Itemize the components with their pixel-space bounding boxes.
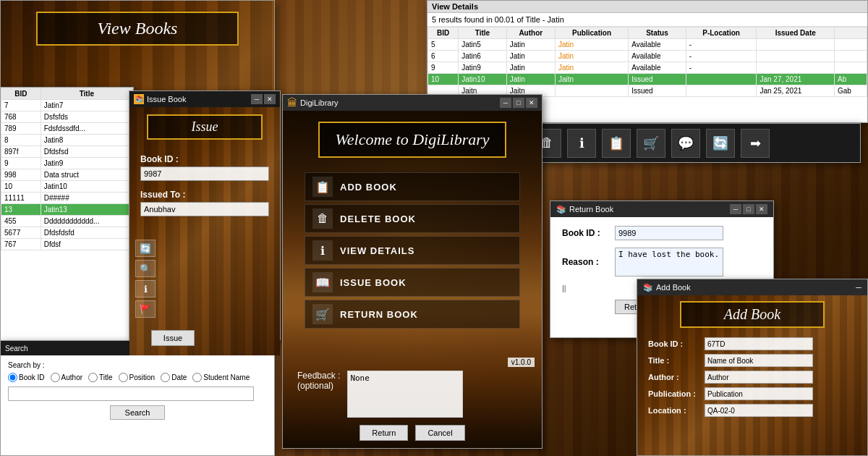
list-cell-bid: 10 — [1, 181, 41, 193]
return-btn[interactable]: Return — [359, 425, 408, 441]
add-book-icon: 📋 — [312, 177, 333, 197]
search-title: Search — [5, 345, 28, 352]
list-item[interactable]: 8Jatin8 — [1, 135, 133, 146]
ab-book-id-input[interactable] — [705, 337, 813, 350]
list-cell-title: Dsfsfds — [41, 111, 132, 123]
issue-close-btn[interactable]: ✕ — [264, 94, 276, 104]
issue-header-box: Issue — [147, 114, 263, 140]
feedback-input[interactable]: None — [347, 371, 463, 418]
cancel-btn[interactable]: Cancel — [415, 425, 464, 441]
return-reason-label: Reason : — [562, 257, 609, 267]
toolbar-clipboard-btn[interactable]: 📋 — [602, 129, 631, 158]
table-cell: 6 — [428, 51, 459, 62]
search-by-label: Search by : — [8, 361, 45, 369]
list-item[interactable]: 11111D##### — [1, 193, 133, 204]
radio-position[interactable]: Position — [119, 373, 156, 382]
toolbar-cart-btn[interactable]: 🛒 — [637, 129, 665, 158]
search-input[interactable] — [8, 387, 254, 401]
ab-title-input[interactable] — [705, 354, 813, 367]
toolbar-exit-btn[interactable]: ➡ — [741, 129, 770, 158]
list-cell-bid: 767 — [1, 239, 41, 250]
table-cell: Jan 27, 2021 — [757, 74, 835, 85]
issue-minimize-btn[interactable]: ─ — [251, 94, 263, 104]
table-cell: Jan 25, 2021 — [757, 85, 835, 97]
refresh-icon-btn[interactable]: 🔄 — [135, 240, 156, 257]
table-cell: Jatin — [555, 51, 628, 62]
toolbar-info-btn[interactable]: ℹ — [567, 129, 596, 158]
list-item[interactable]: 897fDfdsfsd — [1, 146, 133, 158]
radio-student-name[interactable]: Student Name — [192, 373, 250, 382]
radio-book-id[interactable]: Book ID — [8, 373, 45, 382]
list-item[interactable]: 455Dddddddddddd... — [1, 216, 133, 227]
menu-view-details[interactable]: ℹ VIEW DETAILS — [305, 236, 520, 265]
list-item[interactable]: 768Dsfsfds — [1, 111, 133, 123]
table-row[interactable]: 10Jatin10JatinJaitnIssuedJan 27, 2021Ab — [428, 74, 867, 85]
search-button[interactable]: Search — [110, 405, 166, 420]
return-book-id-label: Book ID : — [562, 228, 609, 238]
table-cell: Jatin — [506, 74, 555, 85]
digi-titlebar: 🏛 DigiLibrary ─ □ ✕ — [283, 95, 542, 111]
col-title: Title — [459, 28, 506, 39]
table-cell — [686, 74, 757, 85]
flag-icon-btn[interactable]: 🚩 — [135, 300, 156, 318]
issue-book-titlebar: 📚 Issue Book ─ ✕ — [129, 91, 280, 107]
return-close-btn[interactable]: ✕ — [756, 204, 767, 214]
list-item[interactable]: 10Jatin10 — [1, 181, 133, 193]
radio-title[interactable]: Title — [88, 373, 113, 382]
col-author: Author — [506, 28, 555, 39]
issue-header-title: Issue — [152, 119, 258, 135]
ab-author-input[interactable] — [705, 371, 813, 384]
return-book-id-input[interactable] — [615, 226, 723, 240]
book-id-input[interactable] — [140, 166, 269, 181]
return-maximize-btn[interactable]: □ — [743, 204, 754, 214]
list-cell-title: Dddddddddddd... — [41, 216, 132, 227]
radio-date[interactable]: Date — [161, 373, 187, 382]
search-icon-btn[interactable]: 🔍 — [135, 260, 156, 277]
list-item[interactable]: 998Data struct — [1, 169, 133, 181]
table-cell: Jatin9 — [459, 62, 506, 74]
info-icon-btn[interactable]: ℹ — [135, 280, 156, 297]
ab-publication-input[interactable] — [705, 387, 813, 400]
toolbar-refresh-btn[interactable]: 🔄 — [706, 129, 735, 158]
toolbar-chat-btn[interactable]: 💬 — [671, 129, 700, 158]
digi-maximize-btn[interactable]: □ — [513, 98, 524, 108]
add-book-label: ADD BOOK — [340, 182, 397, 193]
list-item[interactable]: 767Dfdsf — [1, 239, 133, 250]
menu-return-book[interactable]: 🛒 RETURN BOOK — [305, 300, 520, 329]
list-item[interactable]: 13Jatin13 — [1, 204, 133, 216]
table-row[interactable]: 9Jatin9JatinJatinAvailable- — [428, 62, 867, 74]
menu-issue-book[interactable]: 📖 ISSUE BOOK — [305, 268, 520, 297]
issued-to-label: Issued To : — [140, 190, 269, 200]
menu-delete-book[interactable]: 🗑 DELETE BOOK — [305, 204, 520, 233]
table-row[interactable]: 6Jatin6JatinJatinAvailable- — [428, 51, 867, 62]
list-item[interactable]: 5677Dfdsfdsfd — [1, 227, 133, 239]
digi-close-btn[interactable]: ✕ — [526, 98, 537, 108]
table-row[interactable]: 5Jatin5JatinJatinAvailable- — [428, 39, 867, 51]
list-item[interactable]: 7Jatin7 — [1, 100, 133, 111]
table-cell — [686, 85, 757, 97]
issue-submit-btn[interactable]: Issue — [151, 330, 195, 346]
list-cell-title: Jatin13 — [41, 204, 132, 216]
ab-location-field: Location : — [648, 404, 856, 417]
ab-publication-field: Publication : — [648, 387, 856, 400]
list-item[interactable]: 9Jatin9 — [1, 158, 133, 169]
digi-minimize-btn[interactable]: ─ — [500, 98, 511, 108]
list-cell-title: Dfdsf — [41, 239, 132, 250]
return-minimize-btn[interactable]: ─ — [730, 204, 741, 214]
results-table: BID Title Author Publication Status P-Lo… — [427, 27, 867, 97]
list-item[interactable]: 789Fdsfdssdfd... — [1, 123, 133, 135]
return-reason-input[interactable]: I have lost the book. — [615, 248, 723, 276]
menu-add-book[interactable]: 📋 ADD BOOK — [305, 172, 520, 201]
list-cell-title: Dfdsfsd — [41, 146, 132, 158]
list-cell-title: Fdsfdssdfd... — [41, 123, 132, 135]
list-cell-title: Jatin9 — [41, 158, 132, 169]
ab-book-id-label: Book ID : — [648, 339, 699, 348]
table-cell: Jatin — [555, 62, 628, 74]
issued-to-input[interactable] — [140, 202, 269, 216]
list-cell-bid: 768 — [1, 111, 41, 123]
toolbar-window: 🗑 ℹ 📋 🛒 💬 🔄 ➡ — [528, 123, 861, 163]
radio-author[interactable]: Author — [51, 373, 82, 382]
ab-book-id-field: Book ID : — [648, 337, 856, 350]
view-details-label: VIEW DETAILS — [340, 245, 414, 256]
ab-location-input[interactable] — [705, 404, 813, 417]
